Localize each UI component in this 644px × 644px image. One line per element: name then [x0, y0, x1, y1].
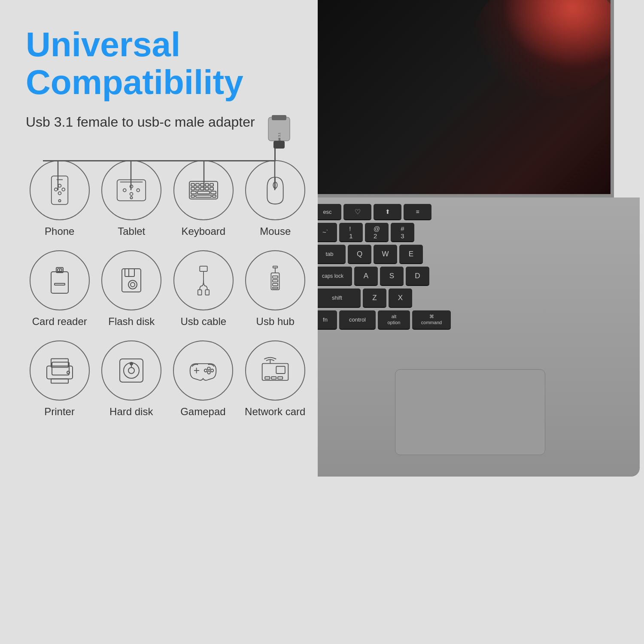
gamepad-circle	[173, 340, 233, 401]
icon-item-printer: Printer	[30, 340, 90, 418]
printer-circle	[30, 340, 90, 401]
keyboard-zxcv-row: shift Z X	[313, 289, 635, 308]
svg-rect-84	[276, 366, 285, 374]
key-x[interactable]: X	[389, 289, 412, 308]
svg-rect-62	[273, 266, 278, 268]
keyboard-fn-row: esc ♡ ⬆ ≡	[313, 204, 635, 220]
key-e[interactable]: E	[399, 245, 423, 264]
tree-container: USB 3.1 10Gbps	[26, 160, 309, 418]
subtitle: Usb 3.1 female to usb-c male adapter	[26, 114, 296, 130]
svg-rect-83	[278, 377, 283, 379]
smoke-orange	[490, 0, 611, 76]
key-f2[interactable]: ⬆	[374, 204, 401, 220]
left-panel: UniversalCompatibility Usb 3.1 female to…	[0, 0, 318, 644]
svg-rect-37	[191, 195, 194, 197]
icon-item-usb-hub: Usb hub	[245, 250, 305, 328]
laptop-body: esc ♡ ⬆ ≡ ~` !1 @2 #3 tab Q W E	[283, 197, 640, 477]
key-f1[interactable]: ♡	[343, 204, 371, 220]
key-w[interactable]: W	[374, 245, 397, 264]
svg-rect-54	[198, 290, 202, 295]
keyboard-bottom-row: fn control alt option ⌘ command	[313, 310, 635, 330]
key-1[interactable]: !1	[339, 223, 363, 242]
svg-point-77	[207, 371, 210, 374]
key-command[interactable]: ⌘ command	[412, 310, 451, 330]
keyboard-area: esc ♡ ⬆ ≡ ~` !1 @2 #3 tab Q W E	[313, 204, 635, 332]
cmd-icon: ⌘	[429, 314, 434, 319]
flash-disk-circle	[101, 250, 161, 310]
svg-rect-82	[271, 377, 276, 379]
usb-hub-circle	[245, 250, 305, 310]
svg-point-76	[211, 369, 214, 372]
hard-disk-circle	[101, 340, 161, 401]
cmd-text: command	[421, 320, 442, 325]
icon-item-flash-disk: Flash disk	[101, 250, 161, 328]
svg-rect-60	[273, 287, 278, 289]
icon-item-network-card: Network card	[245, 340, 305, 418]
svg-rect-38	[196, 195, 211, 197]
svg-rect-46	[55, 283, 65, 285]
svg-rect-1	[272, 115, 286, 120]
flash-disk-label: Flash disk	[108, 316, 155, 328]
keyboard-qwerty-row: tab Q W E	[313, 245, 635, 264]
key-caps[interactable]: caps lock	[313, 267, 352, 286]
svg-point-11	[58, 200, 61, 202]
gamepad-label: Gamepad	[180, 406, 225, 418]
keyboard-number-row: ~` !1 @2 #3	[313, 223, 635, 242]
mouse-label: Mouse	[260, 225, 291, 237]
usb-cable-label: Usb cable	[180, 316, 226, 328]
key-shift[interactable]: shift	[313, 289, 361, 308]
key-3[interactable]: #3	[391, 223, 414, 242]
svg-rect-58	[273, 279, 278, 282]
svg-point-70	[128, 368, 134, 374]
svg-text:10Gbps: 10Gbps	[278, 138, 281, 147]
key-z[interactable]: Z	[363, 289, 386, 308]
icon-item-card-reader: Card reader	[30, 250, 90, 328]
svg-point-51	[131, 283, 135, 287]
row-spacer-2	[26, 328, 309, 340]
tablet-label: Tablet	[118, 225, 145, 237]
hard-disk-label: Hard disk	[109, 406, 153, 418]
key-f3[interactable]: ≡	[404, 204, 431, 220]
svg-rect-52	[200, 266, 207, 271]
icon-item-usb-cable: Usb cable	[173, 250, 234, 328]
laptop-screen	[305, 0, 614, 197]
card-reader-label: Card reader	[32, 316, 87, 328]
key-option[interactable]: alt option	[378, 310, 410, 330]
screen-display	[308, 0, 611, 194]
icons-row3: Printer Hard disk	[26, 340, 309, 418]
row-spacer-1	[26, 237, 309, 250]
key-control[interactable]: control	[339, 310, 376, 330]
svg-rect-55	[205, 290, 209, 295]
usb-cable-circle	[173, 250, 234, 310]
svg-rect-65	[51, 379, 68, 383]
keyboard-asdf-row: caps lock A S D	[313, 267, 635, 286]
usb-hub-label: Usb hub	[256, 316, 295, 328]
svg-point-18	[131, 197, 133, 199]
alt-text: alt	[392, 314, 397, 319]
key-2[interactable]: @2	[365, 223, 389, 242]
svg-point-67	[67, 371, 70, 374]
network-card-label: Network card	[245, 406, 305, 418]
key-d[interactable]: D	[406, 267, 429, 286]
svg-rect-59	[273, 283, 278, 286]
key-tab[interactable]: tab	[313, 245, 346, 264]
main-title: UniversalCompatibility	[26, 26, 296, 101]
svg-point-71	[130, 362, 133, 365]
main-container: UniversalCompatibility Usb 3.1 female to…	[0, 0, 644, 644]
network-card-circle	[245, 340, 305, 401]
svg-rect-42	[51, 272, 68, 293]
key-q[interactable]: Q	[348, 245, 371, 264]
icon-item-hard-disk: Hard disk	[101, 340, 161, 418]
card-reader-circle	[30, 250, 90, 310]
icon-item-gamepad: Gamepad	[173, 340, 233, 418]
touchpad[interactable]	[395, 369, 545, 455]
svg-rect-81	[265, 377, 270, 379]
key-a[interactable]: A	[354, 267, 378, 286]
svg-rect-39	[213, 195, 216, 197]
key-s[interactable]: S	[380, 267, 404, 286]
svg-rect-45	[60, 269, 62, 271]
printer-label: Printer	[44, 406, 75, 418]
keyboard-label: Keyboard	[181, 225, 225, 237]
phone-label: Phone	[45, 225, 74, 237]
right-panel: esc ♡ ⬆ ≡ ~` !1 @2 #3 tab Q W E	[283, 0, 644, 644]
